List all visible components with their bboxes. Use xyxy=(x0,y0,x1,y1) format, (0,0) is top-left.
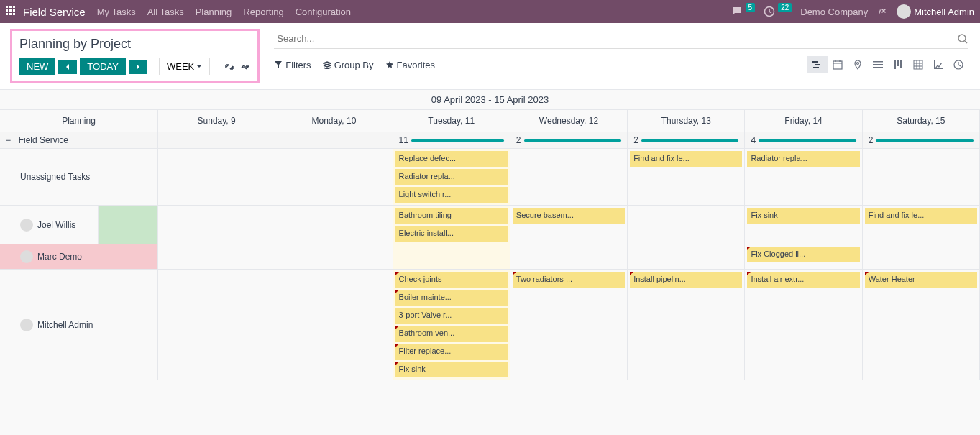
gantt-cell[interactable]: Bathroom tilingElectric install... xyxy=(393,206,510,244)
gantt-cell[interactable]: Install pipelin... xyxy=(628,270,745,380)
gantt-cell[interactable]: Two radiators ... xyxy=(510,270,628,380)
gantt-cell[interactable] xyxy=(510,244,628,270)
gantt-cell[interactable] xyxy=(275,149,393,206)
scale-dropdown[interactable]: WEEK xyxy=(159,58,210,75)
gantt-cell[interactable] xyxy=(863,244,980,270)
new-button[interactable]: NEW xyxy=(19,58,55,75)
task-pill[interactable]: Install pipelin... xyxy=(630,272,742,288)
gantt-cell[interactable] xyxy=(158,206,275,244)
task-pill[interactable]: Filter replace... xyxy=(395,344,508,360)
task-pill[interactable]: Radiator repla... xyxy=(747,151,859,167)
row-label[interactable]: Unassigned Tasks xyxy=(0,149,158,206)
task-pill[interactable]: Boiler mainte... xyxy=(395,290,508,306)
favorites-label: Favorites xyxy=(397,60,435,70)
gantt-cell[interactable]: Replace defec...Radiator repla...Light s… xyxy=(393,149,510,206)
user-menu[interactable]: Mitchell Admin xyxy=(897,4,974,19)
collapse-icon[interactable] xyxy=(240,62,250,72)
filter-icon xyxy=(274,60,283,69)
task-pill[interactable]: Electric install... xyxy=(395,226,508,242)
company-name[interactable]: Demo Company xyxy=(800,6,868,17)
calendar-view-button[interactable] xyxy=(828,56,848,73)
gantt-cell[interactable] xyxy=(275,206,393,244)
day-header: Saturday, 15 xyxy=(863,110,980,132)
activity-view-button[interactable] xyxy=(948,56,968,73)
menu-all-tasks[interactable]: All Tasks xyxy=(147,6,184,17)
activities-badge: 22 xyxy=(778,3,792,12)
apps-icon[interactable] xyxy=(6,6,17,17)
row-label[interactable]: Joel Willis xyxy=(0,206,158,244)
list-view-button[interactable] xyxy=(868,56,888,73)
menu-configuration[interactable]: Configuration xyxy=(296,6,351,17)
task-pill[interactable]: Bathroom tiling xyxy=(395,208,508,224)
task-pill[interactable]: Secure basem... xyxy=(513,208,625,224)
task-pill[interactable]: Check joints xyxy=(395,272,508,288)
svg-rect-13 xyxy=(813,67,819,68)
gantt-cell[interactable]: Check jointsBoiler mainte...3-port Valve… xyxy=(393,270,510,380)
task-pill[interactable]: Fix sink xyxy=(395,362,508,377)
row-label[interactable]: Marc Demo xyxy=(0,244,158,270)
menu-my-tasks[interactable]: My Tasks xyxy=(97,6,136,17)
gantt-cell[interactable] xyxy=(393,244,510,270)
gantt-cell[interactable] xyxy=(510,149,628,206)
task-pill[interactable]: Replace defec... xyxy=(395,151,508,167)
gantt-cell[interactable] xyxy=(158,244,275,270)
task-pill[interactable]: 3-port Valve r... xyxy=(395,308,508,324)
task-pill[interactable]: Light switch r... xyxy=(395,187,508,203)
gantt-cell[interactable]: Secure basem... xyxy=(510,206,628,244)
svg-rect-21 xyxy=(900,60,902,68)
row-label[interactable]: Mitchell Admin xyxy=(0,270,158,380)
graph-view-button[interactable] xyxy=(928,56,948,73)
gantt-cell[interactable]: Find and fix le... xyxy=(628,149,745,206)
group-label[interactable]: − Field Service xyxy=(0,132,158,149)
task-pill[interactable]: Fix Clogged li... xyxy=(747,247,859,262)
brand-name[interactable]: Field Service xyxy=(23,6,86,18)
gantt-cell[interactable] xyxy=(158,270,275,380)
task-pill[interactable]: Radiator repla... xyxy=(395,169,508,185)
conversations-icon[interactable]: 5 xyxy=(731,6,756,17)
gantt-cell[interactable]: Find and fix le... xyxy=(863,206,980,244)
day-header: Friday, 14 xyxy=(745,110,862,132)
gantt-cell[interactable]: Fix sink xyxy=(745,206,862,244)
conversations-badge: 5 xyxy=(746,3,756,12)
gantt-cell[interactable] xyxy=(275,270,393,380)
gantt-view-button[interactable] xyxy=(807,56,828,73)
task-pill[interactable]: Water Heater xyxy=(865,272,977,288)
task-pill[interactable]: Find and fix le... xyxy=(630,151,742,167)
search-input[interactable] xyxy=(274,30,957,47)
pivot-view-button[interactable] xyxy=(908,56,928,73)
day-header: Tuesday, 11 xyxy=(393,110,510,132)
gantt-cell[interactable] xyxy=(628,244,745,270)
task-pill[interactable]: Install air extr... xyxy=(747,272,859,288)
kanban-view-button[interactable] xyxy=(888,56,908,73)
prev-button[interactable] xyxy=(58,60,77,74)
task-pill[interactable]: Two radiators ... xyxy=(513,272,625,288)
gantt-cell[interactable]: Radiator repla... xyxy=(745,149,862,206)
user-name: Mitchell Admin xyxy=(914,6,974,17)
gantt-cell[interactable]: Fix Clogged li... xyxy=(745,244,862,270)
svg-point-15 xyxy=(857,63,859,65)
gantt-cell[interactable] xyxy=(275,244,393,270)
gantt-cell[interactable]: Install air extr... xyxy=(745,270,862,380)
today-button[interactable]: TODAY xyxy=(80,58,126,75)
gantt-cell[interactable] xyxy=(628,206,745,244)
task-pill[interactable]: Bathroom ven... xyxy=(395,326,508,342)
chevron-down-icon xyxy=(196,65,202,68)
favorites-button[interactable]: Favorites xyxy=(385,60,435,70)
group-count-cell: 2 xyxy=(510,132,628,149)
task-pill[interactable]: Fix sink xyxy=(747,208,859,224)
layers-icon xyxy=(323,60,331,69)
search-icon[interactable] xyxy=(957,33,968,45)
menu-planning[interactable]: Planning xyxy=(196,6,232,17)
expand-icon[interactable] xyxy=(224,62,234,72)
gantt-cell[interactable] xyxy=(158,149,275,206)
task-pill[interactable]: Find and fix le... xyxy=(865,208,977,224)
menu-reporting[interactable]: Reporting xyxy=(243,6,283,17)
groupby-button[interactable]: Group By xyxy=(323,60,374,70)
filters-button[interactable]: Filters xyxy=(274,60,311,70)
gantt-cell[interactable] xyxy=(863,149,980,206)
gantt-cell[interactable]: Water Heater xyxy=(863,270,980,380)
map-view-button[interactable] xyxy=(848,56,868,73)
activities-icon[interactable]: 22 xyxy=(764,6,792,17)
debug-icon[interactable] xyxy=(876,6,888,17)
next-button[interactable] xyxy=(129,60,147,74)
